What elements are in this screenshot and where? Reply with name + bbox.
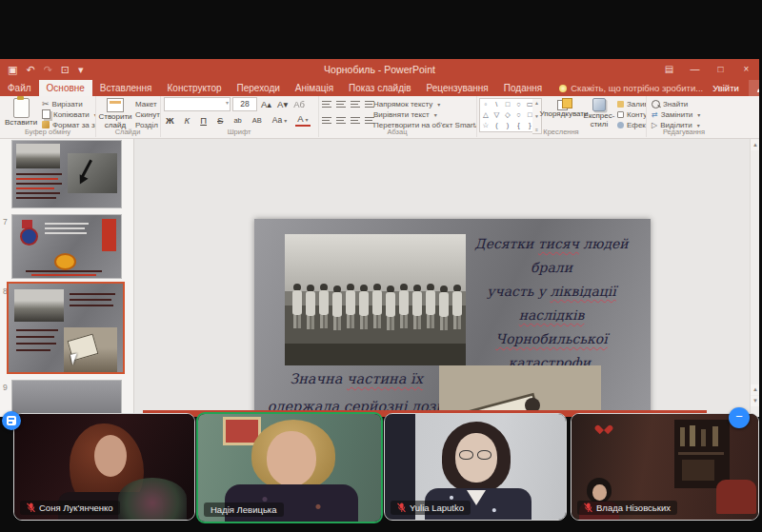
bold-button[interactable]: Ж — [164, 115, 176, 126]
text-direction-label: Напрямок тексту — [373, 100, 432, 108]
previous-slide-icon[interactable]: ▲ — [751, 384, 759, 395]
shape-item[interactable]: ▫ — [484, 100, 487, 109]
participant-nametag: Надія Левицька — [204, 502, 284, 517]
align-center-icon[interactable] — [336, 115, 346, 126]
liquidators-photo-art — [285, 234, 466, 365]
replace-button[interactable]: ⇄ Замінити — [652, 109, 700, 119]
copy-button[interactable]: Копіювати — [42, 109, 96, 119]
radiation-sign-photo-art — [439, 365, 601, 417]
restore-button[interactable]: □ — [708, 59, 733, 80]
paste-button[interactable]: Вставити — [5, 98, 37, 127]
video-tile-participant-1[interactable]: Соня Лук'янченко — [13, 413, 195, 521]
slide-thumbnail-panel: 7 8 — [0, 139, 134, 417]
arrange-button[interactable]: Упорядкувати — [545, 98, 583, 118]
copy-icon — [42, 109, 50, 119]
font-color-button[interactable]: А — [295, 114, 310, 127]
shape-item[interactable]: △ — [483, 110, 489, 120]
video-tile-participant-4[interactable]: Влада Нізовських — [571, 413, 759, 521]
clear-formatting-icon[interactable]: Аб — [291, 99, 307, 109]
ribbon-display-options-button[interactable]: ▤ — [656, 59, 682, 80]
share-button[interactable]: Спільний доступ — [749, 80, 759, 96]
floating-collapse-button[interactable]: − — [729, 407, 750, 428]
align-text-label: Вирівняти текст — [373, 110, 430, 119]
tab-design[interactable]: Конструктор — [160, 80, 230, 96]
shrink-font-icon[interactable]: А▾ — [275, 99, 290, 109]
search-icon — [652, 100, 660, 108]
tile4-chair — [716, 480, 756, 514]
change-case-button[interactable]: Аа — [271, 115, 290, 125]
tab-slideshow[interactable]: Показ слайдів — [341, 80, 419, 96]
video-tile-participant-2[interactable]: Надія Левицька — [196, 412, 383, 523]
shape-item[interactable]: □ — [506, 100, 511, 109]
close-button[interactable]: × — [733, 59, 759, 80]
align-text-button[interactable]: Вирівняти текст — [373, 109, 437, 119]
find-label: Знайти — [663, 100, 688, 108]
layout-label: Макет — [135, 100, 157, 108]
video-tile-participant-3[interactable]: Yulia Laputko — [384, 413, 567, 521]
bullets-icon[interactable] — [322, 99, 331, 109]
shape-item[interactable]: ▽ — [494, 110, 500, 120]
font-size-input[interactable] — [232, 97, 257, 111]
vertical-scrollbar[interactable]: ▲ ▲ ▼ — [750, 139, 759, 417]
numbering-icon[interactable] — [336, 99, 346, 109]
underline-button[interactable]: П — [198, 115, 209, 126]
floating-panel-button[interactable] — [2, 411, 21, 430]
muted-mic-icon — [584, 502, 592, 513]
shape-fill-label: Заливка фігури — [627, 100, 647, 108]
layout-button[interactable]: Макет — [135, 99, 161, 108]
sign-in-button[interactable]: Увійти — [703, 83, 749, 93]
thumbnail-slide-6[interactable] — [12, 141, 121, 207]
tab-file[interactable]: Файл — [0, 80, 39, 96]
tab-transitions[interactable]: Переходи — [230, 80, 288, 96]
minimize-button[interactable]: — — [682, 59, 708, 80]
muted-mic-icon — [397, 502, 406, 513]
tell-me-box[interactable]: Скажіть, що потрібно зробити... — [559, 80, 703, 96]
shape-fill-button[interactable]: Заливка фігури — [617, 99, 647, 108]
shape-item[interactable]: ○ — [516, 110, 521, 120]
italic-button[interactable]: К — [183, 115, 192, 126]
scroll-up-icon[interactable]: ▲ — [751, 140, 759, 150]
character-spacing-button[interactable]: АВ — [251, 116, 264, 125]
zoom-meeting-window: ▣ ↶ ↷ ⊡ ▾ Чорнобиль - PowerPoint ▤ — □ ×… — [0, 0, 762, 532]
shape-outline-button[interactable]: Контур фігури — [617, 109, 647, 119]
thumbnail-slide-7[interactable] — [12, 215, 121, 278]
next-slide-icon[interactable]: ▼ — [751, 396, 759, 406]
grow-font-icon[interactable]: А▴ — [259, 99, 273, 109]
person-icon — [757, 85, 759, 92]
tab-animations[interactable]: Анімація — [288, 80, 341, 96]
collapse-icon: − — [735, 409, 743, 424]
strikethrough-button[interactable]: S — [215, 115, 225, 126]
slide-textbox-1[interactable]: Десятки тисяч людей бралиучасть у ліквід… — [456, 232, 647, 375]
align-right-icon[interactable] — [351, 115, 360, 126]
text-shadow-button[interactable]: ab — [231, 116, 243, 125]
shape-item[interactable]: \ — [495, 100, 497, 109]
thumbnail-slide-8-selected[interactable] — [9, 284, 123, 372]
glasses-left-lens — [459, 450, 473, 460]
thumbnail-slide-9[interactable] — [12, 381, 121, 417]
tab-view[interactable]: Подання — [496, 80, 550, 96]
align-left-icon[interactable] — [322, 115, 331, 126]
tab-review[interactable]: Рецензування — [419, 80, 496, 96]
tile1-face — [94, 435, 127, 477]
cut-button[interactable]: ✂ Вирізати — [42, 99, 83, 108]
reset-button[interactable]: Скинути — [135, 109, 161, 119]
shape-item[interactable]: ○ — [516, 100, 521, 109]
decrease-indent-icon[interactable] — [351, 99, 360, 109]
participant-nametag: Yulia Laputko — [391, 501, 471, 515]
slide-photo-radiation-sign[interactable] — [439, 365, 601, 417]
tab-home[interactable]: Основне — [39, 80, 92, 96]
find-button[interactable]: Знайти — [652, 99, 688, 108]
shape-outline-icon — [617, 111, 624, 118]
text-direction-button[interactable]: Напрямок тексту — [373, 99, 440, 108]
new-slide-button[interactable]: Створити слайд — [97, 98, 133, 129]
shape-item[interactable]: ◇ — [505, 110, 511, 120]
font-name-select[interactable] — [164, 97, 231, 111]
shape-item[interactable]: □ — [528, 110, 532, 120]
quick-styles-button[interactable]: Експрес-стилі — [583, 98, 615, 128]
slide-photo-liquidators[interactable] — [285, 234, 466, 365]
slide-canvas[interactable]: Десятки тисяч людей бралиучасть у ліквід… — [254, 219, 651, 417]
tab-insert[interactable]: Вставлення — [92, 80, 160, 96]
font-group-label: Шрифт — [160, 128, 318, 136]
arrange-icon — [557, 98, 571, 109]
slide-textbox-2[interactable]: Значна частина їходержала серйозні дозио… — [262, 365, 451, 417]
